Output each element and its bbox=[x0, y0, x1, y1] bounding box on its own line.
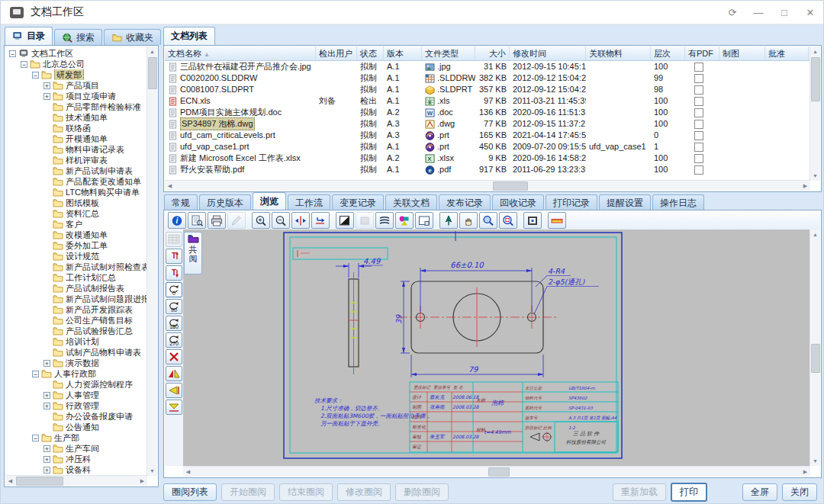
table-row[interactable]: ECN.xls刘备检出A.1X.xls97 KB2011-03-21 11:45… bbox=[165, 95, 810, 107]
tree-item[interactable]: +项目立项申请 bbox=[5, 91, 147, 101]
detail-tab[interactable]: 浏览 bbox=[253, 192, 286, 210]
table-horizontal-scrollbar[interactable]: ◀ ▶ bbox=[165, 180, 810, 191]
tree-item[interactable]: +行政管理 bbox=[5, 400, 147, 411]
tree-item[interactable]: 产品配套更改通知单 bbox=[5, 176, 147, 187]
detail-tab[interactable]: 工作流 bbox=[288, 194, 330, 210]
table-row[interactable]: ufd_vap_case1.prt拟制A.1.prt450 KB2009-07-… bbox=[165, 141, 810, 152]
cell-document-name[interactable]: 野火安装帮助.pdf bbox=[165, 164, 316, 175]
table-row[interactable]: 三品软件在福建召开产品推介会.jpg拟制A.1.jpg31 KB2012-09-… bbox=[165, 61, 810, 72]
column-header[interactable]: 状态 bbox=[357, 47, 384, 60]
fit-width-icon[interactable] bbox=[291, 212, 310, 229]
table-row[interactable]: ufd_cam_criticaLevels.prt拟制A.3.prt165 KB… bbox=[165, 130, 810, 141]
tab-favorites[interactable]: 收藏夹 bbox=[104, 29, 161, 45]
canvas-vertical-scrollbar[interactable]: ▲ ▼ bbox=[810, 230, 820, 466]
tree-item[interactable]: 工作计划汇总 bbox=[5, 272, 147, 283]
rotate-180-icon[interactable]: 180 bbox=[166, 316, 182, 331]
doc-preview-icon[interactable] bbox=[188, 212, 206, 229]
ruler-icon[interactable] bbox=[548, 212, 566, 229]
flip-left-icon[interactable] bbox=[166, 383, 182, 398]
delete-markup-icon[interactable] bbox=[166, 349, 182, 364]
expand-icon[interactable]: + bbox=[43, 82, 50, 89]
detail-tab[interactable]: 发布记录 bbox=[439, 194, 491, 210]
tab-directory[interactable]: 目录 bbox=[5, 27, 53, 45]
tree-item[interactable]: 产品零部件检验标准 bbox=[5, 101, 147, 112]
scroll-right-icon[interactable]: ▶ bbox=[137, 476, 147, 486]
tree-item[interactable]: 物料申请记录表 bbox=[5, 144, 147, 155]
shared-review-tab[interactable]: 共阅 bbox=[184, 232, 202, 274]
tree-item[interactable]: 客户 bbox=[5, 219, 147, 230]
palette-icon[interactable] bbox=[395, 212, 414, 229]
layers-icon[interactable] bbox=[375, 212, 394, 229]
tree-item[interactable]: +产品项目 bbox=[5, 80, 147, 91]
flip-down-icon[interactable] bbox=[166, 400, 182, 415]
table-row[interactable]: C0020200.SLDDRW拟制A.1.SLDDRW382 KB2012-09… bbox=[165, 72, 810, 84]
expand-icon[interactable]: + bbox=[43, 403, 50, 409]
detail-tab[interactable]: 变更记录 bbox=[332, 194, 384, 210]
column-header[interactable]: 关联物料 bbox=[586, 47, 651, 60]
tree-horizontal-scrollbar[interactable]: ◀ ▶ bbox=[5, 475, 147, 486]
scroll-left-icon[interactable]: ◀ bbox=[5, 476, 15, 486]
print-icon[interactable] bbox=[208, 212, 226, 229]
cell-document-name[interactable]: SP34897 泡棉.dwg bbox=[165, 117, 316, 130]
tree-item[interactable]: −文档工作区 bbox=[5, 48, 147, 59]
table-row[interactable]: SP34897 泡棉.dwg拟制A.3.dwg77 KB2012-09-15 1… bbox=[165, 118, 810, 130]
button-全屏[interactable]: 全屏 bbox=[742, 483, 777, 501]
window-minimize-button[interactable]: — bbox=[745, 1, 771, 24]
collapse-icon[interactable]: − bbox=[32, 72, 39, 79]
tree-item[interactable]: +冲压科 bbox=[5, 454, 147, 464]
mirror-horizontal-icon[interactable] bbox=[166, 366, 182, 381]
tree-item[interactable]: 试制产品物料申请表 bbox=[5, 347, 147, 358]
canvas-horizontal-scrollbar[interactable]: ◀ ▶ bbox=[183, 466, 810, 477]
tree-item[interactable]: 产品试制报告表 bbox=[5, 283, 147, 294]
scroll-left-icon[interactable]: ◀ bbox=[165, 181, 175, 191]
button-关闭[interactable]: 关闭 bbox=[782, 483, 817, 501]
tree-item[interactable]: 样机评审表 bbox=[5, 155, 147, 165]
cell-document-name[interactable]: 三品软件在福建召开产品推介会.jpg bbox=[165, 61, 316, 72]
scroll-up-icon[interactable]: ▲ bbox=[147, 47, 157, 56]
detail-tab[interactable]: 历史版本 bbox=[199, 194, 251, 210]
expand-icon[interactable]: + bbox=[43, 392, 50, 399]
column-header[interactable]: 层次 bbox=[651, 47, 685, 60]
tree-item[interactable]: 培训计划 bbox=[5, 336, 147, 347]
table-row[interactable]: 新建 Microsoft Excel 工作表.xlsx拟制A.2X.xlsx9 … bbox=[165, 152, 810, 164]
tree-item[interactable]: −研发部 bbox=[5, 69, 147, 80]
tree-item[interactable]: 公司生产销售目标 bbox=[5, 315, 147, 326]
button-打印[interactable]: 打印 bbox=[671, 483, 707, 502]
tree-item[interactable]: 新产品试制申请表 bbox=[5, 165, 147, 176]
image-frame-icon[interactable] bbox=[523, 212, 542, 229]
fit-page-icon[interactable] bbox=[311, 212, 330, 229]
zoom-in-icon[interactable] bbox=[252, 212, 270, 229]
cell-document-name[interactable]: ufd_cam_criticaLevels.prt bbox=[165, 130, 316, 141]
tree-item[interactable]: 技术通知单 bbox=[5, 112, 147, 123]
zoom-out-icon[interactable] bbox=[272, 212, 290, 229]
scroll-down-icon[interactable]: ▼ bbox=[810, 171, 820, 181]
pan-up-icon[interactable] bbox=[439, 212, 458, 229]
scroll-right-icon[interactable]: ▶ bbox=[800, 467, 810, 477]
tree-item[interactable]: 新产品试制问题跟进报告 bbox=[5, 294, 147, 304]
tree-item[interactable]: 设计规范 bbox=[5, 251, 147, 262]
tree-item[interactable]: 开模通知单 bbox=[5, 133, 147, 144]
table-row[interactable]: C0081007.SLDPRT拟制A.1.SLDPRT357 KB2012-09… bbox=[165, 84, 810, 95]
tree-item[interactable]: 新产品开发跟踪表 bbox=[5, 304, 147, 315]
scroll-left-icon[interactable]: ◀ bbox=[183, 467, 193, 477]
hand-icon[interactable] bbox=[459, 212, 478, 229]
window-maximize-button[interactable]: □ bbox=[771, 1, 797, 24]
detail-tab[interactable]: 打印记录 bbox=[546, 194, 597, 210]
detail-tab[interactable]: 操作日志 bbox=[652, 194, 704, 210]
detail-tab[interactable]: 提醒设置 bbox=[599, 194, 651, 210]
column-header[interactable]: 文件类型 bbox=[422, 47, 475, 60]
expand-icon[interactable]: + bbox=[43, 467, 50, 474]
column-header[interactable]: 检出用户 bbox=[316, 47, 357, 60]
column-header[interactable]: 大小 bbox=[475, 47, 510, 60]
tree-item[interactable]: −北京总公司 bbox=[5, 59, 147, 69]
column-header[interactable]: 文档名称 ▲ bbox=[165, 47, 316, 60]
tree-item[interactable]: 人力资源控制程序 bbox=[5, 379, 147, 390]
tree-item[interactable]: 办公设备报废申请 bbox=[5, 411, 147, 422]
cell-document-name[interactable]: 新建 Microsoft Excel 工作表.xlsx bbox=[165, 152, 316, 164]
tree-item[interactable]: 产品试验报告汇总 bbox=[5, 326, 147, 336]
scroll-up-icon[interactable]: ▲ bbox=[810, 230, 820, 239]
tree-item[interactable]: −生产部 bbox=[5, 432, 147, 443]
rotate-0-icon[interactable]: 0 bbox=[166, 282, 182, 297]
collapse-icon[interactable]: − bbox=[21, 61, 27, 68]
tree-item[interactable]: 新产品试制对照检查表 bbox=[5, 262, 147, 272]
